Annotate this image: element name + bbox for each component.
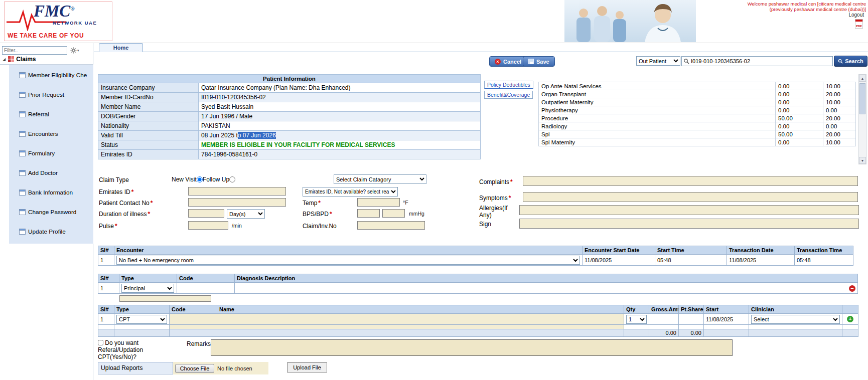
sidebar-item-prior-request[interactable]: Prior Request [9,85,93,104]
complaints-input[interactable] [523,176,858,186]
transaction-time: 05:48 [795,255,853,266]
form-icon [19,209,26,215]
field-label: Valid Till [98,131,199,140]
table-row [98,325,858,329]
logo-tagline: WE TAKE CARE OF YOU [8,32,84,39]
field-label: DOB/Gender [98,112,199,121]
logout-link[interactable]: Logout [848,12,864,18]
tab-benefit-coverage[interactable]: Benefit&Coverage [484,91,533,99]
upload-file-button[interactable]: Upload File [287,362,327,372]
search-button-icon [838,59,843,64]
cancel-icon [495,59,501,65]
tree-expander-icon[interactable]: ◢ [3,57,6,62]
allergies-input[interactable] [519,205,859,215]
cpt-code-search-input[interactable] [170,325,217,329]
save-button[interactable]: Save [523,56,555,67]
fmc-logo: FMC® NETWORK UAE WE TAKE CARE OF YOU [4,2,112,41]
scroll-down-icon[interactable]: ▼ [859,157,866,164]
claim-category-select[interactable]: Select Claim Catagory [334,174,426,184]
sidebar-item-member-eligibility[interactable]: Member Eligibility Che [9,65,93,85]
qty-select[interactable]: 1 [626,315,647,324]
patient-type-select[interactable]: Out Patient [636,56,680,66]
bpd-input[interactable] [382,209,405,218]
form-icon [19,150,26,156]
table-row: Radiology0.000.00 [539,122,856,130]
member-name-value: Syed Basit Hussain [199,102,481,112]
emirates-id-input[interactable] [188,187,286,196]
cpt-code-input[interactable] [170,314,217,325]
row-index: 1 [98,283,119,294]
sidebar-item-change-password[interactable]: Change Password [9,202,93,222]
temp-input[interactable] [357,198,400,207]
diagnosis-search-input[interactable] [119,295,211,302]
sign-label: Sign [479,221,491,228]
deductibles-scrollbar[interactable]: ▲ ▼ [858,74,866,164]
diagnosis-code-cell[interactable] [177,283,235,294]
sign-input[interactable] [519,219,859,229]
claim-inv-input[interactable] [357,221,425,230]
follow-up-label: Follow Up [203,176,229,183]
follow-up-radio[interactable] [229,176,235,182]
cpt-type-select[interactable]: CPT [116,315,167,324]
search-input[interactable] [691,57,831,65]
emirates-reason-select[interactable]: Emirates ID, Not available? select rea [303,187,398,197]
sidebar-item-update-profile[interactable]: Update Profile [9,222,93,241]
encounter-start-time: 05:48 [655,255,727,266]
scrollbar-thumb[interactable] [859,83,865,114]
sidebar-item-encounters[interactable]: Encounters [9,124,93,143]
pdf-icon[interactable]: PDF [855,19,863,29]
field-label: Status [98,140,199,150]
sidebar-item-add-doctor[interactable]: Add Doctor [9,163,93,182]
claim-type-label: Claim Type [99,176,129,183]
sidebar-menu: Member Eligibility Che Prior Request Ref… [9,65,93,244]
form-icon [19,131,26,137]
sidebar-item-formulary[interactable]: Formulary [9,143,93,163]
caret-down-icon: ▾ [77,49,79,53]
patient-contact-label: Patient Contact No* [99,200,153,207]
tab-policy-deductibles[interactable]: Policy Deductibles [484,81,533,89]
logo-subtext: NETWORK UAE [53,20,97,26]
bps-label: BPS/BPD* [303,211,332,218]
registered-mark: ® [70,6,74,12]
filter-input[interactable] [2,46,67,55]
remove-row-icon[interactable] [849,285,855,292]
valid-till-value: 08 Jun 2025 to 07 Jun 2026 [199,131,481,140]
duration-unit-select[interactable]: Day(s) [227,209,265,219]
filter-settings-button[interactable]: ▾ [70,46,82,55]
symptoms-label: Symptoms* [479,195,511,202]
duration-input[interactable] [188,209,224,218]
symptoms-input[interactable] [523,192,858,202]
search-button[interactable]: Search [834,56,867,67]
search-icon [683,58,689,64]
sidebar: ▾ ◢ Claims Member Eligibility Che Prior … [0,43,93,380]
choose-file-button[interactable]: Choose File [175,364,214,373]
diagnosis-type-select[interactable]: Principal [121,284,174,293]
add-row-icon[interactable] [847,316,853,322]
sidebar-tree-claims[interactable]: ◢ Claims [0,54,93,65]
new-visit-radio[interactable] [197,176,203,182]
remarks-textarea[interactable] [211,339,733,356]
claims-module-icon [8,56,14,62]
form-icon [19,72,26,78]
insurance-company-value: Qatar Insurance Company (Plan Name: Dha … [199,83,481,93]
bps-input[interactable] [357,209,380,218]
scroll-up-icon[interactable]: ▲ [859,75,866,82]
field-label: Insurance Company [98,83,199,93]
encounter-select[interactable]: No Bed + No emergency room [116,256,580,265]
cpt-name-search-input[interactable] [217,325,624,329]
sidebar-item-bank-information[interactable]: Bank Information [9,182,93,202]
patient-contact-input[interactable] [188,198,286,207]
table-row: Organ Transplant0.0020.00 [539,90,856,98]
eligibility-status: MEMBER IS ELIGIBLE IN YOUR FACILITY FOR … [199,140,481,150]
referral-checkbox[interactable] [98,340,103,345]
clinician-select[interactable]: Select [751,315,840,324]
gross-total: 0.00 [649,329,679,337]
table-row: 1 Principal [98,283,858,294]
cancel-button[interactable]: Cancel [489,56,527,67]
cpt-name-input[interactable] [217,314,624,325]
tab-home[interactable]: Home [99,43,143,52]
pulse-input[interactable] [188,221,228,230]
sidebar-item-referral[interactable]: Referral [9,104,93,124]
tabstrip-divider [94,52,868,52]
remarks-label: Remarks [187,340,211,347]
